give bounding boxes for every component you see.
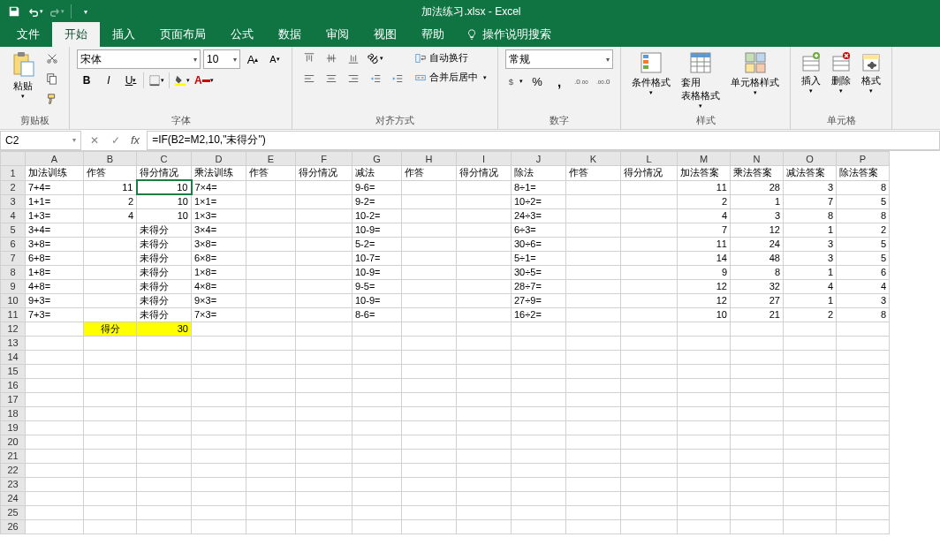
comma-icon[interactable]: , (550, 72, 569, 90)
cell[interactable]: 减法答案 (784, 166, 837, 181)
cell[interactable] (137, 378, 192, 392)
cell[interactable]: 3 (784, 237, 837, 251)
cut-icon[interactable] (42, 49, 62, 67)
cell[interactable] (784, 336, 837, 350)
cell[interactable]: 3 (784, 251, 837, 265)
cell[interactable] (784, 519, 837, 534)
cell[interactable] (352, 519, 402, 534)
cell[interactable]: 7 (784, 194, 837, 208)
cell[interactable]: 未得分 (137, 237, 192, 251)
cell[interactable] (621, 322, 678, 336)
cell[interactable] (246, 265, 296, 279)
tab-data[interactable]: 数据 (266, 22, 314, 47)
cell[interactable]: 10-7= (352, 251, 402, 265)
cell[interactable]: 4×8= (192, 279, 246, 293)
cell[interactable] (512, 406, 566, 420)
cell[interactable] (246, 293, 296, 307)
cell[interactable] (84, 378, 137, 392)
cell[interactable]: 9-5= (352, 279, 402, 293)
border-icon[interactable]: ▾ (147, 72, 166, 89)
cell[interactable] (246, 392, 296, 406)
cell[interactable]: 9 (678, 265, 731, 279)
cell[interactable] (246, 279, 296, 293)
cell[interactable] (621, 293, 678, 307)
cell[interactable] (457, 505, 512, 519)
cell[interactable] (296, 251, 352, 265)
cell[interactable] (784, 406, 837, 420)
format-cells-button[interactable]: 格式▾ (858, 49, 884, 96)
cell[interactable] (26, 350, 84, 364)
cell[interactable] (84, 392, 137, 406)
cell[interactable]: 7+4= (26, 180, 84, 194)
cell[interactable]: 32 (731, 279, 784, 293)
row-header[interactable]: 17 (1, 392, 26, 406)
cell[interactable] (246, 194, 296, 208)
cell[interactable] (457, 477, 512, 491)
cell[interactable] (296, 237, 352, 251)
cell[interactable]: 8 (784, 208, 837, 223)
column-header[interactable]: O (784, 152, 837, 166)
cell[interactable] (296, 223, 352, 237)
cell[interactable] (457, 293, 512, 307)
cell[interactable] (192, 463, 246, 477)
cell[interactable] (784, 463, 837, 477)
redo-icon[interactable]: ▾ (47, 2, 66, 21)
column-header[interactable]: L (621, 152, 678, 166)
cell[interactable] (296, 322, 352, 336)
cell[interactable] (192, 364, 246, 378)
cell[interactable] (512, 336, 566, 350)
wrap-text-button[interactable]: 自动换行 (411, 49, 490, 66)
cell[interactable] (566, 435, 621, 449)
cell[interactable] (731, 491, 784, 505)
cell[interactable] (137, 463, 192, 477)
confirm-formula-icon[interactable]: ✓ (105, 131, 126, 150)
column-header[interactable]: K (566, 152, 621, 166)
cell[interactable] (296, 350, 352, 364)
cell[interactable] (566, 406, 621, 420)
cell[interactable] (678, 378, 731, 392)
column-header[interactable]: F (296, 152, 352, 166)
cell[interactable] (296, 463, 352, 477)
cell[interactable] (352, 406, 402, 420)
cell[interactable] (731, 519, 784, 534)
cell[interactable] (192, 477, 246, 491)
cell[interactable] (621, 477, 678, 491)
cell[interactable] (296, 505, 352, 519)
cell[interactable] (784, 420, 837, 435)
cell[interactable] (512, 364, 566, 378)
cell[interactable] (352, 364, 402, 378)
tab-insert[interactable]: 插入 (100, 22, 148, 47)
cell[interactable] (402, 279, 457, 293)
cell[interactable] (784, 477, 837, 491)
cell[interactable] (784, 364, 837, 378)
name-box[interactable]: C2▾ (0, 131, 81, 150)
cell[interactable] (402, 194, 457, 208)
cell[interactable] (26, 477, 84, 491)
cell[interactable] (137, 449, 192, 463)
insert-cells-button[interactable]: 插入▾ (798, 49, 824, 96)
cell[interactable] (402, 420, 457, 435)
cell[interactable]: 27÷9= (512, 293, 566, 307)
row-header[interactable]: 24 (1, 491, 26, 505)
cell[interactable] (837, 420, 890, 435)
cell[interactable]: 未得分 (137, 251, 192, 265)
merge-center-button[interactable]: 合并后居中▾ (411, 69, 490, 86)
cell[interactable] (26, 463, 84, 477)
cell[interactable] (566, 279, 621, 293)
row-header[interactable]: 8 (1, 265, 26, 279)
cell[interactable] (457, 449, 512, 463)
cell[interactable]: 作答 (84, 166, 137, 181)
cell[interactable] (566, 420, 621, 435)
cell[interactable]: 28 (731, 180, 784, 194)
cell[interactable] (512, 477, 566, 491)
cell[interactable] (352, 350, 402, 364)
cell[interactable] (566, 180, 621, 194)
row-header[interactable]: 25 (1, 505, 26, 519)
cell[interactable] (296, 364, 352, 378)
cell[interactable] (566, 322, 621, 336)
cell[interactable]: 27 (731, 293, 784, 307)
cell[interactable]: 得分 (84, 322, 137, 336)
cell[interactable] (402, 208, 457, 223)
cell[interactable] (678, 420, 731, 435)
cell[interactable]: 3 (731, 208, 784, 223)
